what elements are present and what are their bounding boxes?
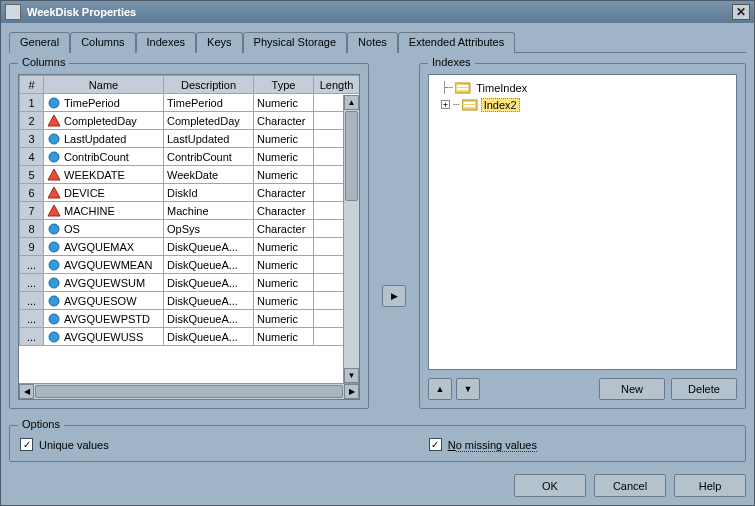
cell-description: DiskQueueA... [164,274,254,292]
col-header-len[interactable]: Length [314,76,360,94]
scroll-down-icon[interactable]: ▼ [344,368,359,383]
table-row[interactable]: ...AVGQUEWPSTDDiskQueueA...Numeric8 [20,310,360,328]
cell-name: DEVICE [44,184,164,202]
cell-description: DiskQueueA... [164,238,254,256]
cell-type: Numeric [254,94,314,112]
tree-expand-icon[interactable]: + [441,100,450,109]
tab-indexes[interactable]: Indexes [136,32,197,53]
table-row[interactable]: 9AVGQUEMAXDiskQueueA...Numeric8 [20,238,360,256]
scroll-thumb-vertical[interactable] [345,111,358,201]
app-icon [5,4,21,20]
tab-keys[interactable]: Keys [196,32,242,53]
row-number: 9 [20,238,44,256]
tab-extended-attributes[interactable]: Extended Attributes [398,32,515,53]
ok-button[interactable]: OK [514,474,586,497]
scroll-up-icon[interactable]: ▲ [344,95,359,110]
cell-type: Numeric [254,256,314,274]
table-row[interactable]: 2CompletedDayCompletedDayCharacter1 [20,112,360,130]
col-header-type[interactable]: Type [254,76,314,94]
window-title: WeekDisk Properties [27,6,732,18]
row-number: 5 [20,166,44,184]
cell-type: Character [254,220,314,238]
indexes-group-label: Indexes [428,56,475,68]
table-row[interactable]: 1TimePeriodTimePeriodNumeric8 [20,94,360,112]
titlebar[interactable]: WeekDisk Properties ✕ [1,1,754,23]
columns-group: Columns # Name Description [9,63,369,409]
cell-name: CompletedDay [44,112,164,130]
columns-scroll-horizontal[interactable]: ◀ ▶ [19,383,359,399]
move-down-button[interactable]: ▼ [456,378,480,400]
cell-type: Numeric [254,238,314,256]
columns-grid[interactable]: # Name Description Type Length 1TimePeri… [18,74,360,400]
cell-description: DiskQueueA... [164,310,254,328]
row-number: ... [20,292,44,310]
row-number: ... [20,310,44,328]
no-missing-values-checkbox[interactable]: ✓ No missing values [429,438,537,451]
table-row[interactable]: 7MACHINEMachineCharacter32 [20,202,360,220]
svg-point-3 [49,224,59,234]
columns-header[interactable]: # Name Description Type Length [20,76,360,94]
unique-values-checkbox[interactable]: ✓ Unique values [20,438,109,451]
tab-columns[interactable]: Columns [70,32,135,53]
table-row[interactable]: 8OSOpSysCharacter10 [20,220,360,238]
cell-description: Machine [164,202,254,220]
options-group-label: Options [18,418,64,430]
column-icon [47,294,61,308]
new-index-button[interactable]: New [599,378,665,400]
table-row[interactable]: ...AVGQUESOWDiskQueueA...Numeric8 [20,292,360,310]
table-row[interactable]: 3LastUpdatedLastUpdatedNumeric8 [20,130,360,148]
svg-point-6 [49,278,59,288]
cell-type: Numeric [254,292,314,310]
move-up-button[interactable]: ▲ [428,378,452,400]
cell-description: DiskQueueA... [164,256,254,274]
table-row[interactable]: 6DEVICEDiskIdCharacter32 [20,184,360,202]
col-header-desc[interactable]: Description [164,76,254,94]
tree-item-index2[interactable]: + ┄ Index2 [433,96,732,113]
cell-type: Numeric [254,310,314,328]
scroll-left-icon[interactable]: ◀ [19,384,34,399]
row-number: 3 [20,130,44,148]
table-row[interactable]: 5WEEKDATEWeekDateNumeric8 [20,166,360,184]
cell-description: OpSys [164,220,254,238]
tab-notes[interactable]: Notes [347,32,398,53]
table-row[interactable]: ...AVGQUEWMEANDiskQueueA...Numeric8 [20,256,360,274]
tree-item-label: TimeIndex [474,82,529,94]
cell-description: ContribCount [164,148,254,166]
column-icon [47,330,61,344]
help-button[interactable]: Help [674,474,746,497]
tab-physical-storage[interactable]: Physical Storage [243,32,348,53]
no-missing-values-label: No missing values [448,439,537,451]
column-icon [47,276,61,290]
svg-point-1 [49,134,59,144]
warning-icon [47,114,61,128]
checkbox-icon: ✓ [429,438,442,451]
cell-description: LastUpdated [164,130,254,148]
indexes-tree[interactable]: ├┄ TimeIndex + ┄ Index2 [428,74,737,370]
svg-rect-11 [457,85,468,87]
options-group: Options ✓ Unique values ✓ No missing val… [9,425,746,462]
cell-description: DiskQueueA... [164,292,254,310]
add-to-index-button[interactable]: ▶ [382,285,406,307]
table-row[interactable]: 4ContribCountContribCountNumeric8 [20,148,360,166]
col-header-name[interactable]: Name [44,76,164,94]
col-header-num[interactable]: # [20,76,44,94]
tree-item-timeindex[interactable]: ├┄ TimeIndex [433,79,732,96]
columns-scroll-vertical[interactable]: ▲ ▼ [343,95,359,383]
cell-description: DiskId [164,184,254,202]
checkbox-icon: ✓ [20,438,33,451]
scroll-right-icon[interactable]: ▶ [344,384,359,399]
row-number: ... [20,328,44,346]
close-icon[interactable]: ✕ [732,4,750,20]
table-row[interactable]: ...AVGQUEWSUMDiskQueueA...Numeric8 [20,274,360,292]
indexes-group: Indexes ├┄ TimeIndex + ┄ [419,63,746,409]
table-row[interactable]: ...AVGQUEWUSSDiskQueueA...Numeric8 [20,328,360,346]
svg-rect-12 [457,88,468,90]
column-icon [47,150,61,164]
cancel-button[interactable]: Cancel [594,474,666,497]
properties-dialog: WeekDisk Properties ✕ General Columns In… [0,0,755,506]
tab-general[interactable]: General [9,32,70,53]
cell-description: TimePeriod [164,94,254,112]
scroll-thumb-horizontal[interactable] [35,385,343,398]
delete-index-button[interactable]: Delete [671,378,737,400]
cell-type: Numeric [254,148,314,166]
